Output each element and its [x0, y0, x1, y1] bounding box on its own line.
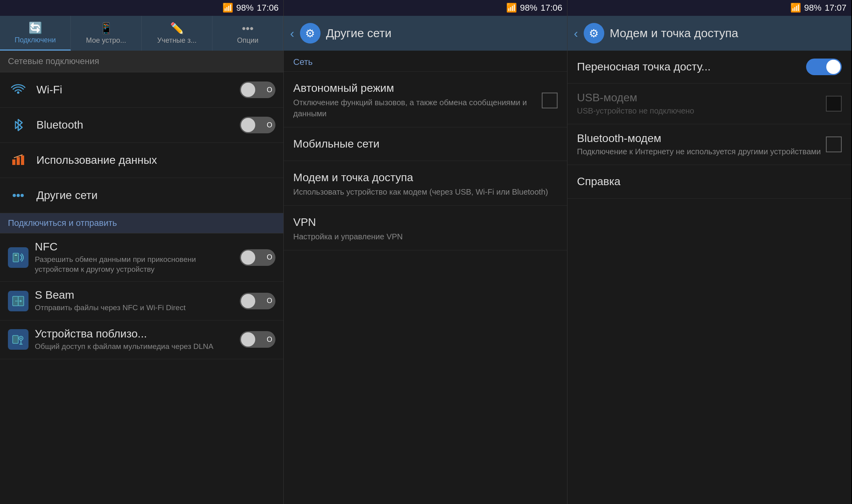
right-back-button[interactable]: ‹	[574, 26, 578, 41]
right-content: Переносная точка досту... USB-модем USB-…	[567, 51, 851, 504]
middle-back-button[interactable]: ‹	[290, 26, 294, 41]
svg-point-7	[17, 194, 20, 197]
right-signal-icon: 📶	[790, 3, 801, 13]
nearby-toggle[interactable]: O	[240, 331, 275, 348]
left-panel-content: Wi-Fi O Bluetooth	[0, 72, 283, 504]
network-label: Сеть	[284, 51, 567, 72]
nearby-row[interactable]: Устройства поблизо... Общий доступ к фай…	[0, 320, 283, 359]
bluetooth-icon	[8, 115, 28, 135]
hotspot-toggle[interactable]	[806, 59, 842, 75]
nfc-row[interactable]: NFC Разрешить обмен данными при прикосно…	[0, 233, 283, 282]
signal-icon: 📶	[222, 3, 233, 13]
sbeam-row[interactable]: S Beam Отправить файлы через NFC и Wi-Fi…	[0, 282, 283, 320]
connect-send-header: Подключиться и отправить	[0, 213, 283, 233]
nearby-icon	[8, 329, 28, 350]
other-networks-row[interactable]: Другие сети	[0, 178, 283, 213]
nfc-icon	[8, 247, 28, 268]
mid-battery-text: 98%	[520, 3, 537, 13]
time-display: 17:06	[257, 3, 279, 13]
bluetooth-toggle-knob	[241, 118, 255, 132]
svg-rect-5	[21, 155, 24, 165]
bt-modem-text: Bluetooth-модем Подключение к Интернету …	[577, 132, 826, 157]
hotspot-title: Переносная точка досту...	[577, 61, 806, 73]
right-status-bar: 📶 98% 17:07	[567, 0, 851, 16]
sbeam-text: S Beam Отправить файлы через NFC и Wi-Fi…	[35, 289, 233, 313]
mid-time-display: 17:06	[541, 3, 562, 13]
modem-title: Модем и точка доступа	[293, 171, 558, 184]
tab-mydevice[interactable]: 📱 Мое устро...	[71, 16, 142, 51]
right-page-header: ‹ ⚙ Модем и точка доступа	[567, 16, 851, 51]
right-gear-icon: ⚙	[584, 23, 604, 44]
middle-status-bar: 📶 98% 17:06	[284, 0, 567, 16]
hotspot-toggle-knob	[826, 60, 841, 74]
mobile-title: Мобильные сети	[293, 138, 558, 150]
wifi-toggle[interactable]: O	[240, 81, 275, 98]
right-page-title: Модем и точка доступа	[610, 27, 738, 40]
hotspot-text: Переносная точка досту...	[577, 61, 806, 73]
nfc-toggle-knob	[241, 250, 255, 265]
middle-content: Сеть Автономный режим Отключение функций…	[284, 51, 567, 504]
vpn-sub: Настройка и управление VPN	[293, 231, 558, 242]
svg-point-8	[21, 194, 24, 197]
sbeam-toggle[interactable]: O	[240, 293, 275, 309]
bluetooth-toggle[interactable]: O	[240, 117, 275, 133]
hotspot-row[interactable]: Переносная точка досту...	[567, 51, 851, 83]
svg-rect-3	[12, 159, 15, 165]
wifi-text: Wi-Fi	[36, 83, 240, 96]
other-networks-text: Другие сети	[36, 189, 275, 202]
svg-rect-9	[13, 253, 19, 262]
modem-item[interactable]: Модем и точка доступа Использовать устро…	[284, 161, 567, 206]
svg-rect-14	[13, 335, 18, 343]
help-item[interactable]: Справка	[567, 165, 851, 199]
tab-connections[interactable]: 🔄 Подключени	[0, 16, 71, 51]
nfc-toggle[interactable]: O	[240, 249, 275, 266]
vpn-item[interactable]: VPN Настройка и управление VPN	[284, 206, 567, 250]
tab-accounts[interactable]: ✏️ Учетные з...	[142, 16, 213, 51]
tab-options[interactable]: ••• Опции	[213, 16, 283, 51]
svg-point-6	[13, 194, 16, 197]
right-battery-text: 98%	[804, 3, 822, 13]
bt-modem-row[interactable]: Bluetooth-модем Подключение к Интернету …	[567, 124, 851, 165]
svg-rect-4	[17, 157, 20, 165]
connections-icon: 🔄	[28, 21, 42, 34]
bluetooth-text: Bluetooth	[36, 119, 240, 131]
bt-modem-sub: Подключение к Интернету не используется …	[577, 146, 826, 157]
svg-rect-10	[15, 255, 17, 256]
help-title: Справка	[577, 175, 842, 188]
mid-signal-icon: 📶	[506, 3, 517, 13]
svg-line-2	[15, 121, 19, 125]
middle-page-title: Другие сети	[326, 27, 392, 40]
data-usage-icon	[8, 150, 28, 171]
mobile-networks-item[interactable]: Мобильные сети	[284, 127, 567, 161]
mydevice-icon: 📱	[99, 22, 113, 35]
middle-gear-icon: ⚙	[300, 23, 321, 44]
modem-sub: Использовать устройство как модем (через…	[293, 186, 558, 197]
right-time-display: 17:07	[825, 3, 846, 13]
vpn-title: VPN	[293, 216, 558, 229]
data-usage-row[interactable]: Использование данных	[0, 143, 283, 178]
left-panel: 📶 98% 17:06 🔄 Подключени 📱 Мое устро... …	[0, 0, 284, 504]
network-section-header: Сетевые подключения	[0, 51, 283, 72]
autonomous-sub: Отключение функций вызовов, а также обме…	[293, 97, 542, 119]
usb-modem-sub: USB-устройство не подключено	[577, 106, 826, 116]
svg-point-16	[20, 337, 22, 339]
autonomous-checkbox[interactable]	[542, 93, 558, 108]
bluetooth-setting-row[interactable]: Bluetooth O	[0, 108, 283, 143]
sbeam-toggle-knob	[241, 294, 255, 308]
bt-modem-checkbox[interactable]	[826, 136, 842, 152]
battery-text: 98%	[236, 3, 254, 13]
nearby-text: Устройства поблизо... Общий доступ к фай…	[35, 328, 233, 352]
autonomous-title: Автономный режим	[293, 82, 542, 95]
wifi-toggle-knob	[241, 83, 255, 97]
usb-modem-row[interactable]: USB-модем USB-устройство не подключено	[567, 83, 851, 124]
usb-modem-title: USB-модем	[577, 91, 826, 104]
bt-modem-title: Bluetooth-модем	[577, 132, 826, 145]
nearby-toggle-knob	[241, 332, 255, 347]
wifi-icon	[8, 80, 28, 100]
autonomous-item[interactable]: Автономный режим Отключение функций вызо…	[284, 72, 567, 127]
other-networks-icon	[8, 185, 28, 206]
left-status-bar: 📶 98% 17:06	[0, 0, 283, 16]
nfc-text: NFC Разрешить обмен данными при прикосно…	[35, 241, 233, 274]
usb-modem-checkbox[interactable]	[826, 96, 842, 112]
wifi-setting-row[interactable]: Wi-Fi O	[0, 72, 283, 108]
